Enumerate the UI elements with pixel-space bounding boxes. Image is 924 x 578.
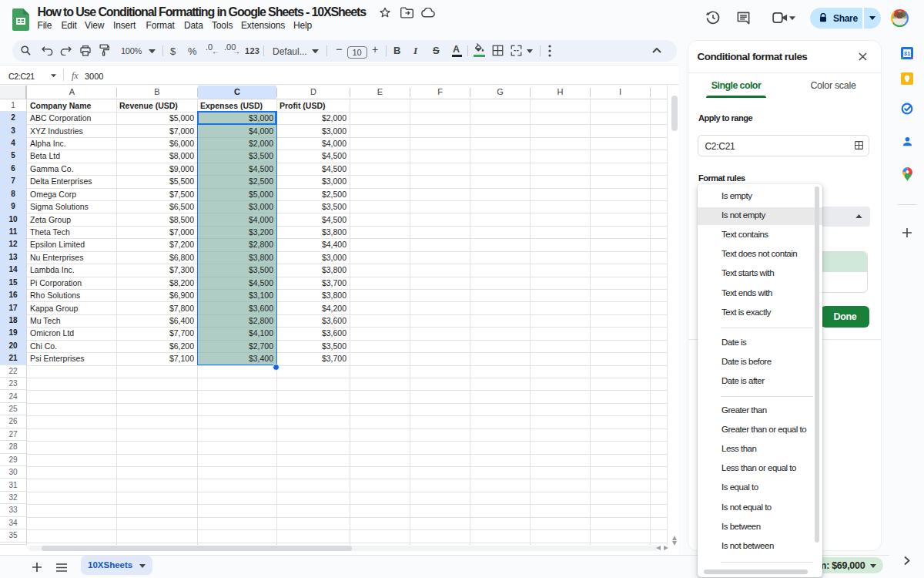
svg-text:31: 31 — [904, 50, 911, 57]
